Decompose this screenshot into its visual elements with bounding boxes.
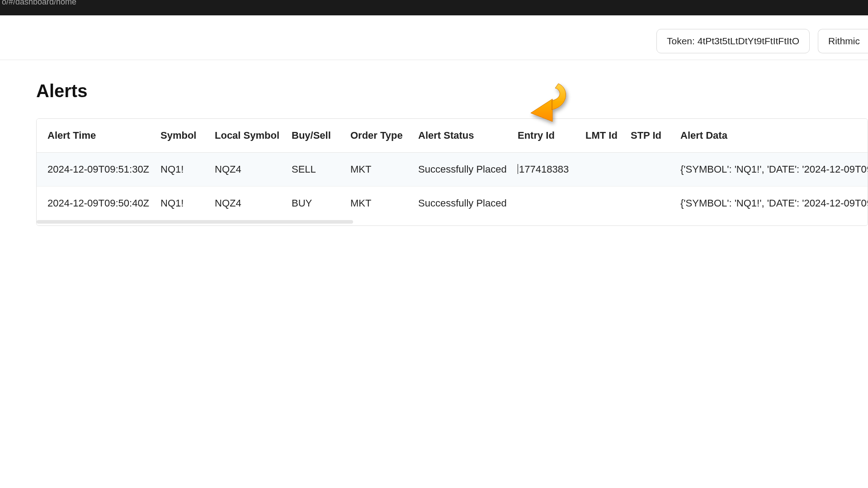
- col-local-symbol[interactable]: Local Symbol: [204, 119, 281, 153]
- alerts-table: Alert Time Symbol Local Symbol Buy/Sell …: [37, 119, 868, 220]
- page-title: Alerts: [36, 81, 868, 101]
- cell-entry-id: 177418383: [507, 153, 575, 187]
- cell-alert-data: {'SYMBOL': 'NQ1!', 'DATE': '2024-12-09T0…: [670, 153, 868, 187]
- cell-buy-sell: SELL: [281, 153, 340, 187]
- cell-alert-time: 2024-12-09T09:50:40Z: [37, 187, 150, 221]
- cell-stp-id: [620, 153, 670, 187]
- cell-local-symbol: NQZ4: [204, 187, 281, 221]
- cell-buy-sell: BUY: [281, 187, 340, 221]
- col-stp-id[interactable]: STP Id: [620, 119, 670, 153]
- col-alert-time[interactable]: Alert Time: [37, 119, 150, 153]
- col-lmt-id[interactable]: LMT Id: [575, 119, 620, 153]
- col-symbol[interactable]: Symbol: [150, 119, 204, 153]
- browser-address-bar[interactable]: o/#/dashboard/home: [0, 0, 868, 15]
- cell-stp-id: [620, 187, 670, 221]
- scrollbar-thumb[interactable]: [37, 220, 353, 224]
- text-cursor-icon: [518, 164, 518, 174]
- cell-lmt-id: [575, 187, 620, 221]
- cell-entry-id: [507, 187, 575, 221]
- entry-id-value: 177418383: [519, 164, 569, 175]
- cell-alert-status: Successfully Placed: [407, 187, 507, 221]
- top-bar: Token: 4tPt3t5tLtDtYt9tFtItFtItO Rithmic: [0, 23, 868, 60]
- col-alert-status[interactable]: Alert Status: [407, 119, 507, 153]
- horizontal-scrollbar[interactable]: [37, 220, 868, 225]
- cell-alert-data: {'SYMBOL': 'NQ1!', 'DATE': '2024-12-09T0…: [670, 187, 868, 221]
- cell-alert-time: 2024-12-09T09:51:30Z: [37, 153, 150, 187]
- cell-local-symbol: NQZ4: [204, 153, 281, 187]
- alerts-table-container: Alert Time Symbol Local Symbol Buy/Sell …: [36, 118, 868, 226]
- col-order-type[interactable]: Order Type: [340, 119, 407, 153]
- cell-lmt-id: [575, 153, 620, 187]
- broker-badge[interactable]: Rithmic: [818, 29, 868, 53]
- col-entry-id[interactable]: Entry Id: [507, 119, 575, 153]
- cell-order-type: MKT: [340, 187, 407, 221]
- table-header-row: Alert Time Symbol Local Symbol Buy/Sell …: [37, 119, 868, 153]
- col-alert-data[interactable]: Alert Data: [670, 119, 868, 153]
- table-row[interactable]: 2024-12-09T09:50:40Z NQ1! NQZ4 BUY MKT S…: [37, 187, 868, 221]
- cell-order-type: MKT: [340, 153, 407, 187]
- url-text: o/#/dashboard/home: [2, 0, 76, 7]
- cell-symbol: NQ1!: [150, 187, 204, 221]
- token-badge[interactable]: Token: 4tPt3t5tLtDtYt9tFtItFtItO: [656, 29, 810, 53]
- cell-symbol: NQ1!: [150, 153, 204, 187]
- cell-alert-status: Successfully Placed: [407, 153, 507, 187]
- col-buy-sell[interactable]: Buy/Sell: [281, 119, 340, 153]
- table-row[interactable]: 2024-12-09T09:51:30Z NQ1! NQZ4 SELL MKT …: [37, 153, 868, 187]
- page-content: Alerts Alert Time Symbol Local Symbol Bu…: [0, 81, 868, 226]
